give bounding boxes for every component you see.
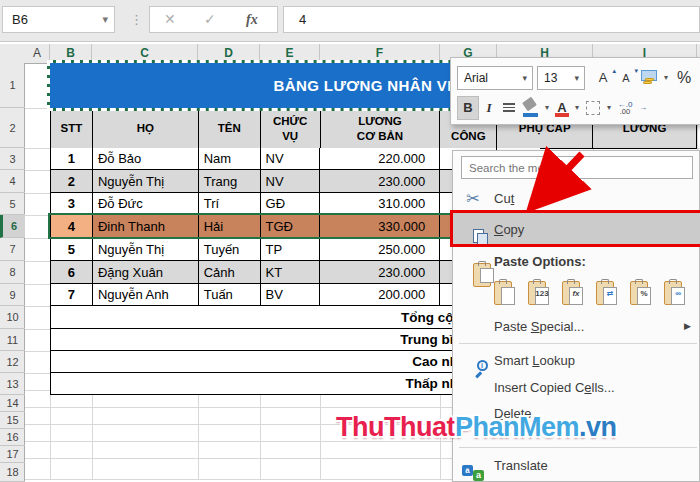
row-header-18[interactable]: 18	[0, 463, 25, 482]
cell-chuc-vu[interactable]: GĐ	[261, 193, 321, 214]
cell-ten[interactable]: Nam	[199, 148, 261, 169]
row-header-17[interactable]: 17	[0, 446, 25, 463]
cell-luong[interactable]: 310.000	[320, 193, 440, 214]
row-header-3[interactable]: 3	[0, 148, 25, 170]
row-header-11[interactable]: 11	[0, 329, 25, 351]
cell-ho[interactable]: Đỗ Bảo	[93, 148, 199, 169]
cell-ho[interactable]: Đặng Xuân	[93, 261, 199, 283]
cell-ten[interactable]: Trí	[199, 193, 261, 214]
cell-stt[interactable]: 2	[51, 170, 93, 192]
cell-chuc-vu[interactable]: KT	[261, 261, 321, 283]
font-color-button[interactable]: A	[552, 96, 572, 120]
chevron-down-icon[interactable]: ▾	[522, 73, 527, 83]
header-chuc-vu-line2: VỤ	[282, 129, 298, 143]
menu-item-paste-special[interactable]: Paste Special... ▶	[453, 313, 700, 339]
header-ho[interactable]: HỌ	[93, 109, 199, 148]
row-header-14[interactable]: 14	[0, 395, 25, 412]
row-header-2[interactable]: 2	[0, 108, 25, 148]
row-header-16[interactable]: 16	[0, 429, 25, 446]
menu-item-translate[interactable]: â a Translate	[453, 451, 700, 479]
row-header-1[interactable]: 1	[0, 63, 25, 108]
increase-decimal-button[interactable]: ←.0 .00	[614, 96, 636, 120]
row-header-8[interactable]: 8	[0, 261, 25, 284]
font-name-combo[interactable]: Arial ▾	[457, 66, 533, 90]
annotation-arrow	[500, 140, 610, 235]
align-center-button[interactable]	[499, 96, 519, 120]
confirm-icon[interactable]: ✓	[204, 7, 216, 32]
row-header-6-selected[interactable]: 6	[0, 215, 25, 238]
fill-color-button[interactable]	[519, 96, 542, 120]
shrink-font-button[interactable]: A▾	[615, 66, 637, 90]
header-stt[interactable]: STT	[51, 109, 93, 148]
chevron-down-icon[interactable]: ▾	[661, 73, 671, 82]
chevron-down-icon[interactable]: ▾	[574, 73, 579, 83]
more-options-icon[interactable]: ⋮	[130, 6, 143, 33]
row-header-7[interactable]: 7	[0, 238, 25, 261]
menu-separator	[459, 343, 697, 344]
cell-stt[interactable]: 3	[51, 193, 93, 214]
paste-option-paste-icon[interactable]	[494, 279, 518, 307]
grow-font-button[interactable]: A▴	[591, 66, 615, 90]
cell-luong[interactable]: 230.000	[320, 261, 440, 283]
header-luong-co-ban[interactable]: LƯƠNG CƠ BẢN	[321, 109, 441, 148]
paste-option-formatting-icon[interactable]: %	[630, 279, 654, 307]
menu-item-smart-lookup[interactable]: i Smart Lookup	[453, 347, 700, 373]
borders-button[interactable]	[582, 96, 604, 120]
cell-ten[interactable]: Trang	[199, 170, 261, 192]
italic-button[interactable]: I	[479, 96, 499, 120]
row-header-12[interactable]: 12	[0, 351, 25, 373]
row-header-13[interactable]: 13	[0, 373, 25, 395]
paste-option-formulas-icon[interactable]: fx	[562, 279, 586, 307]
row-header-10[interactable]: 10	[0, 306, 25, 329]
paste-option-link-icon[interactable]: ∞	[664, 279, 688, 307]
cell-chuc-vu[interactable]: NV	[261, 148, 321, 169]
cell-chuc-vu[interactable]: NV	[261, 170, 321, 192]
font-size-combo[interactable]: 13 ▾	[537, 66, 585, 90]
cell-stt[interactable]: 1	[51, 148, 93, 169]
cell-ho[interactable]: Đỗ Đức	[93, 193, 199, 214]
header-ten[interactable]: TÊN	[199, 109, 261, 148]
menu-separator	[459, 447, 697, 448]
cell-ho[interactable]: Nguyễn Thị	[93, 170, 199, 192]
cell-stt[interactable]: 7	[51, 284, 93, 305]
percent-icon: %	[677, 69, 691, 87]
chevron-down-icon[interactable]: ▾	[542, 103, 552, 112]
cell-ho[interactable]: Nguyễn Thị	[93, 238, 199, 260]
formula-input[interactable]: 4	[283, 6, 700, 33]
decrease-decimal-button[interactable]: →	[636, 96, 650, 120]
paste-options-row: 123 fx ⇄ % ∞	[494, 275, 700, 311]
cell-chuc-vu[interactable]: BV	[261, 284, 321, 305]
increase-decimal-icon: ←.0 .00	[615, 101, 635, 115]
cell-stt[interactable]: 5	[51, 238, 93, 260]
cancel-icon[interactable]: ✕	[164, 7, 176, 32]
chevron-down-icon[interactable]: ▾	[604, 103, 614, 112]
row-headers: 1 2 3 4 5 6 7 8 9 10 11 12 13 14 15 16 1…	[0, 63, 25, 482]
paste-option-values-icon[interactable]: 123	[528, 279, 552, 307]
cell-ten[interactable]: Tuấn	[199, 284, 261, 305]
row-header-9[interactable]: 9	[0, 284, 25, 306]
name-box[interactable]: B6 ▾	[2, 6, 115, 33]
accounting-format-button[interactable]	[637, 66, 661, 90]
cell-luong[interactable]: 200.000	[320, 284, 440, 305]
cell-ho[interactable]: Nguyễn Anh	[93, 284, 199, 305]
cell-ten[interactable]: Tuyến	[199, 238, 261, 260]
bold-button[interactable]: B	[457, 96, 479, 120]
percent-style-button[interactable]: %	[671, 66, 697, 90]
cell-chuc-vu[interactable]: TP	[261, 238, 321, 260]
fill-color-bucket-icon	[520, 96, 541, 120]
paste-option-transpose-icon[interactable]: ⇄	[596, 279, 620, 307]
cell-luong[interactable]: 230.000	[320, 170, 440, 192]
header-chuc-vu[interactable]: CHỨC VỤ	[261, 109, 321, 148]
chevron-down-icon[interactable]: ▾	[102, 7, 108, 32]
font-name-value: Arial	[464, 71, 488, 85]
chevron-down-icon[interactable]: ▾	[572, 103, 582, 112]
cell-luong[interactable]: 220.000	[320, 148, 440, 169]
cell-luong[interactable]: 250.000	[320, 238, 440, 260]
cell-stt[interactable]: 6	[51, 261, 93, 283]
cell-ten[interactable]: Cảnh	[199, 261, 261, 283]
menu-item-insert-copied-cells[interactable]: Insert Copied Cells...	[453, 375, 700, 400]
insert-function-icon[interactable]: fx	[246, 7, 258, 32]
row-header-4[interactable]: 4	[0, 170, 25, 193]
row-header-5[interactable]: 5	[0, 193, 25, 215]
row-header-15[interactable]: 15	[0, 412, 25, 429]
